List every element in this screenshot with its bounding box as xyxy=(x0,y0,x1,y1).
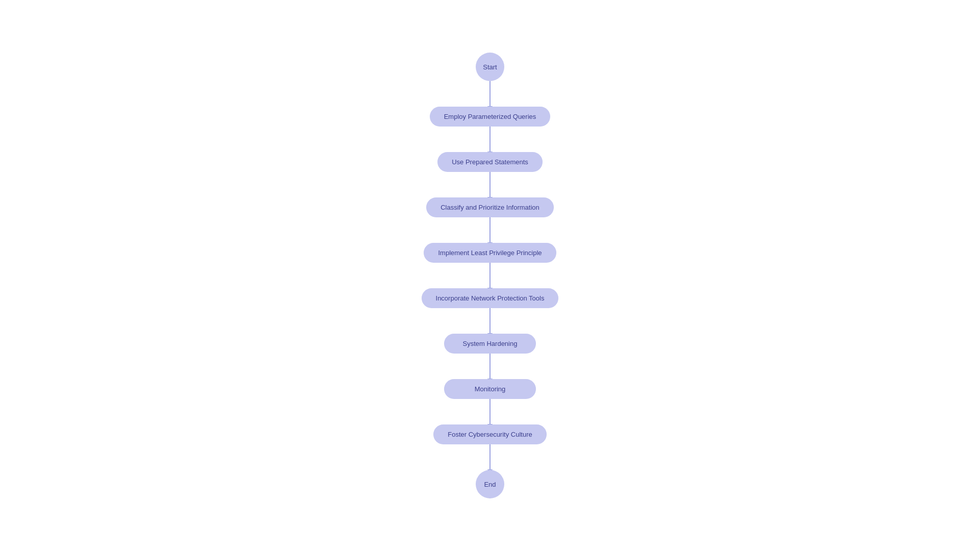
connector-5 xyxy=(489,263,491,288)
node-system-hardening: System Hardening xyxy=(444,334,536,354)
connector-6 xyxy=(489,308,491,334)
connector-9 xyxy=(489,444,491,470)
node-start: Start xyxy=(476,53,504,81)
node-classify-prioritize: Classify and Prioritize Information xyxy=(426,197,554,217)
connector-1 xyxy=(489,81,491,107)
connector-4 xyxy=(489,217,491,243)
node-employ-parameterized-queries: Employ Parameterized Queries xyxy=(430,107,551,127)
node-end: End xyxy=(476,470,504,498)
connector-7 xyxy=(489,354,491,379)
node-foster-culture: Foster Cybersecurity Culture xyxy=(433,424,546,444)
connector-2 xyxy=(489,127,491,152)
node-least-privilege: Implement Least Privilege Principle xyxy=(424,243,556,263)
node-use-prepared-statements: Use Prepared Statements xyxy=(437,152,543,172)
connector-8 xyxy=(489,399,491,424)
node-network-protection: Incorporate Network Protection Tools xyxy=(422,288,559,308)
flowchart: Start Employ Parameterized Queries Use P… xyxy=(422,53,559,498)
connector-3 xyxy=(489,172,491,197)
node-monitoring: Monitoring xyxy=(444,379,536,399)
